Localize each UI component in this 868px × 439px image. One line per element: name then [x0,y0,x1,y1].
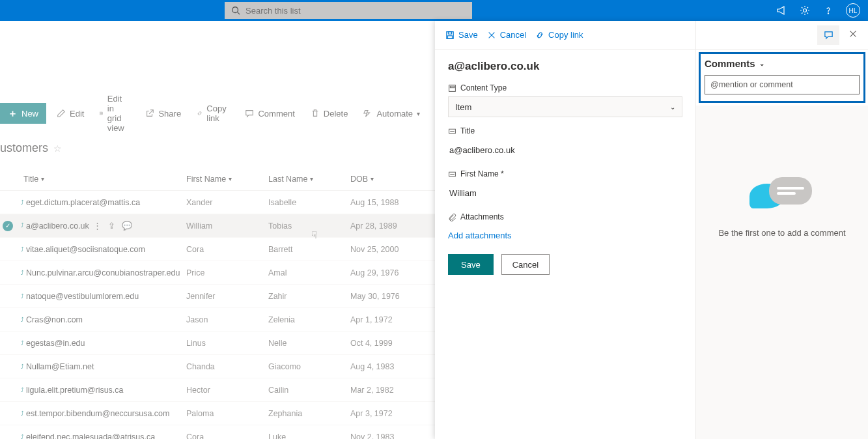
contenttype-select[interactable]: Item ⌄ [448,96,682,117]
firstname-label-text: First Name * [460,169,504,178]
suite-right: HL [776,3,868,18]
table-row[interactable]: ⤴ligula.elit.pretium@risus.caHectorCaili… [0,378,435,402]
edit-grid-command[interactable]: Edit in grid view [94,103,135,124]
cell-dob: Apr 3, 1972 [350,409,435,418]
search-input[interactable] [245,6,466,16]
new-label: New [21,109,38,119]
row-title[interactable]: ⤴eleifend.nec.malesuada@atrisus.ca [23,432,186,440]
suite-bar: HL [0,0,868,21]
grid-header: Title▾ First Name▾ Last Name▾ DOB▾ [0,167,435,191]
table-row[interactable]: ⤴natoque@vestibulumlorem.eduJenniferZahi… [0,285,435,308]
copylink-command[interactable]: Copy link [191,103,234,124]
avatar[interactable]: HL [846,3,860,18]
panel-copylink-command[interactable]: Copy link [535,30,583,40]
table-row[interactable]: ⤴est.tempor.bibendum@neccursusa.comPalom… [0,402,435,425]
share-command[interactable]: Share [140,103,186,124]
firstname-value: William [449,188,477,198]
table-row[interactable]: ⤴eget.dictum.placerat@mattis.caXanderIsa… [0,191,435,214]
cell-dob: Aug 29, 1976 [350,268,435,277]
comments-heading[interactable]: Comments ⌄ [705,58,764,69]
row-title[interactable]: ⤴Nullam@Etiam.net [23,362,186,371]
comment-input[interactable]: @mention or comment [705,75,860,94]
row-more-icon[interactable]: ⋮ [93,221,102,231]
panel-cancel-command[interactable]: Cancel [487,30,526,40]
row-title[interactable]: ⤴natoque@vestibulumlorem.edu [23,292,186,301]
table-row[interactable]: ⤴vitae.aliquet@sociisnatoque.comCoraBarr… [0,238,435,261]
cancel-button[interactable]: Cancel [501,254,550,275]
flow-marker-icon: ⤴ [21,270,24,276]
comment-command[interactable]: Comment [240,103,300,124]
table-row[interactable]: ⤴Nullam@Etiam.netChandaGiacomoAug 4, 198… [0,355,435,378]
text-icon [448,127,456,135]
row-title[interactable]: ⤴vitae.aliquet@sociisnatoque.com [23,245,186,254]
share-icon [145,109,154,118]
row-comment-icon[interactable]: 💬 [122,221,132,231]
toggle-comments-button[interactable] [817,25,839,45]
favorite-star-icon[interactable]: ☆ [53,143,62,154]
add-attachments-link[interactable]: Add attachments [448,231,512,240]
workspace: ＋ New Edit Edit in grid view Share Copy … [0,21,868,439]
table-row[interactable]: ⤴eleifend.nec.malesuada@atrisus.caCoraLu… [0,425,435,439]
chevron-down-icon: ⌄ [670,104,675,111]
search-box[interactable] [225,2,472,19]
col-title[interactable]: Title▾ [23,175,186,184]
row-title[interactable]: ⤴est.tempor.bibendum@neccursusa.com [23,409,186,418]
copylink-label: Copy link [206,104,229,123]
contenttype-icon [448,84,456,92]
cell-dob: Apr 28, 1989 [350,221,435,231]
row-share-icon[interactable]: ⇪ [108,221,115,231]
edit-command[interactable]: Edit [51,103,89,124]
close-panel-button[interactable] [846,27,860,44]
comment-icon [245,109,254,118]
table-row[interactable]: ✓⤴a@aclibero.co.uk⋮⇪💬WilliamTobiasApr 28… [0,214,435,238]
col-first[interactable]: First Name▾ [186,175,268,184]
cell-last: Barrett [268,245,350,254]
firstname-input[interactable]: William [448,182,682,203]
col-last[interactable]: Last Name▾ [268,175,350,184]
title-input[interactable]: a@aclibero.co.uk [448,139,682,160]
row-title[interactable]: ⤴egestas@in.edu [23,339,186,348]
svg-rect-11 [448,35,453,38]
automate-command[interactable]: Automate ▾ [358,103,425,124]
cell-dob: Apr 1, 1972 [350,315,435,324]
svg-rect-10 [448,31,451,34]
flow-marker-icon: ⤴ [21,387,24,393]
row-title[interactable]: ⤴Cras@non.com [23,315,186,324]
gear-icon[interactable] [799,5,811,16]
table-row[interactable]: ⤴egestas@in.eduLinusNelleOct 4, 1999 [0,332,435,355]
new-button[interactable]: ＋ New [0,103,46,124]
col-last-label: Last Name [268,175,307,184]
item-title: a@aclibero.co.uk [448,60,682,73]
cell-dob: Nov 25, 2000 [350,245,435,254]
col-dob[interactable]: DOB▾ [350,175,435,184]
edit-panel: Save Cancel Copy link a@aclibero.co.uk C… [435,21,868,439]
row-title[interactable]: ⤴Nunc.pulvinar.arcu@conubianostraper.edu [23,268,186,277]
row-title[interactable]: ⤴a@aclibero.co.uk⋮⇪💬 [23,221,186,231]
svg-point-0 [232,7,238,13]
close-icon [487,31,496,40]
cell-last: Zahir [268,292,350,301]
table-row[interactable]: ⤴Cras@non.comJasonZeleniaApr 1, 1972 [0,308,435,332]
plus-icon: ＋ [8,107,18,120]
cell-last: Tobias [268,221,350,231]
row-title[interactable]: ⤴eget.dictum.placerat@mattis.ca [23,198,186,207]
megaphone-icon[interactable] [776,5,787,16]
save-button[interactable]: Save [448,254,494,275]
delete-command[interactable]: Delete [305,103,354,124]
panel-save-command[interactable]: Save [445,30,478,40]
command-bar: ＋ New Edit Edit in grid view Share Copy … [0,99,447,128]
trash-icon [311,109,320,118]
cell-first: William [186,221,268,231]
table-row[interactable]: ⤴Nunc.pulvinar.arcu@conubianostraper.edu… [0,261,435,285]
edit-form-area: Save Cancel Copy link a@aclibero.co.uk C… [435,21,695,439]
panel-command-bar: Save Cancel Copy link [435,21,695,50]
row-title[interactable]: ⤴ligula.elit.pretium@risus.ca [23,386,186,395]
edit-icon [57,109,66,118]
col-first-label: First Name [186,175,226,184]
comment-label: Comment [258,109,294,119]
flow-marker-icon: ⤴ [21,434,24,440]
flow-marker-icon: ⤴ [21,199,24,206]
help-icon[interactable] [822,5,834,16]
cell-dob: Oct 4, 1999 [350,339,435,348]
cell-last: Isabelle [268,198,350,207]
